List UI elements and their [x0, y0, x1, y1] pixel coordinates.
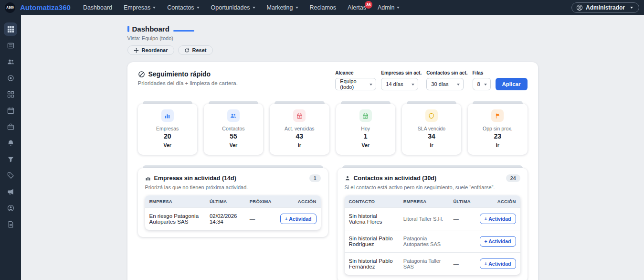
reset-button-label: Reset: [192, 47, 207, 53]
briefcase-icon: [7, 123, 14, 130]
calendar-check-icon: [359, 109, 372, 122]
caret-down-icon: [630, 7, 633, 9]
app-logo-text: A360: [6, 6, 14, 9]
contacto-cell: Sin historial Pablo Rodríguez: [345, 230, 399, 253]
sidebar-item-opportunities[interactable]: [4, 120, 17, 133]
empresa-cell: Patagonia Taller SAS: [399, 253, 449, 275]
sidebar-item-dashboard[interactable]: [4, 22, 17, 36]
empresa-cell: Litoral Taller S.H.: [399, 208, 449, 230]
sidebar-item-tags[interactable]: [4, 169, 17, 182]
caret-down-icon: [153, 7, 156, 9]
stat-action-link[interactable]: Ver: [230, 142, 237, 148]
stat-label: Opp sin prox.: [471, 126, 524, 131]
nav-alertas[interactable]: Alertas36: [348, 4, 366, 11]
grid-icon: [7, 26, 14, 33]
title-underline: [173, 30, 194, 32]
bar-chart-icon: [161, 109, 174, 122]
column-header: EMPRESA: [145, 195, 205, 208]
proxima-cell: —: [245, 208, 276, 230]
stat-action-link[interactable]: Ir: [430, 142, 433, 148]
quick-filters: Alcance Equipo (todo) Empresas sin act. …: [335, 70, 527, 90]
stat-value: 43: [273, 132, 326, 140]
sidebar-item-notifications[interactable]: [4, 136, 17, 150]
sidebar-item-account[interactable]: [4, 201, 17, 215]
filas-select[interactable]: 8: [473, 78, 491, 90]
move-arrows-icon: [134, 48, 139, 53]
nav-dashboard[interactable]: Dashboard: [83, 4, 112, 11]
add-activity-button[interactable]: + Actividad: [280, 214, 317, 224]
alcance-select-value: Equipo (todo): [340, 78, 367, 90]
stat-action-link[interactable]: Ir: [298, 142, 301, 148]
sidebar-item-targets[interactable]: [4, 71, 17, 85]
reset-button[interactable]: Reset: [178, 45, 213, 55]
calendar-icon: [7, 107, 14, 114]
flag-icon: [491, 109, 504, 122]
contacts-panel-subtitle: Si el contacto está activo pero sin segu…: [345, 184, 520, 190]
column-header: ACCIÓN: [475, 195, 520, 208]
target-icon: [7, 75, 14, 82]
empresas-sin-act-value: 14 días: [386, 81, 403, 87]
table-row: Sin historial Pablo Rodríguez Patagonia …: [345, 230, 520, 253]
top-navbar: A360 Automatiza360 Dashboard Empresas Co…: [0, 0, 644, 15]
add-activity-button[interactable]: + Actividad: [480, 236, 516, 247]
stat-card-empresas: Empresas 20 Ver: [138, 101, 197, 155]
sidebar-item-pipeline[interactable]: [4, 152, 17, 166]
ultima-cell: —: [449, 208, 475, 230]
companies-panel-subtitle: Priorizá las que no tienen próxima activ…: [145, 184, 321, 190]
contactos-sin-act-value: 30 días: [431, 81, 448, 87]
main-nav: Dashboard Empresas Contactos Oportunidad…: [83, 4, 400, 11]
column-header: ÚLTIMA: [205, 195, 245, 208]
contacto-cell: Sin historial Valeria Flores: [345, 208, 399, 230]
stat-card-act-vencidas: Act. vencidas 43 Ir: [270, 101, 329, 155]
sidebar-item-reports[interactable]: [4, 217, 17, 231]
quick-card-subtitle: Prioridades del día + limpieza de carter…: [138, 80, 238, 86]
stat-action-link[interactable]: Ver: [361, 142, 369, 148]
nav-reclamos[interactable]: Reclamos: [310, 4, 337, 11]
nav-oportunidades[interactable]: Oportunidades: [211, 4, 255, 11]
user-menu[interactable]: Administrador: [571, 2, 639, 13]
nav-label: Empresas: [124, 4, 150, 11]
sidebar-item-contacts[interactable]: [4, 55, 17, 68]
companies-panel-stack: Empresas sin actividad (14d) 1 Priorizá …: [138, 165, 328, 237]
sidebar-item-marketing[interactable]: [4, 185, 17, 198]
alcance-select[interactable]: Equipo (todo): [335, 78, 376, 90]
table-row: Sin historial Pablo Fernández Patagonia …: [345, 253, 520, 275]
column-header: ACCIÓN: [276, 195, 321, 208]
filas-select-value: 8: [477, 81, 480, 87]
stat-value: 34: [405, 132, 458, 140]
sidebar-item-companies[interactable]: [4, 39, 17, 52]
sidebar-item-calendar[interactable]: [4, 104, 17, 117]
add-activity-button[interactable]: + Actividad: [480, 214, 516, 224]
companies-panel: Empresas sin actividad (14d) 1 Priorizá …: [138, 168, 328, 237]
quick-card-title: Seguimiento rápido: [148, 70, 211, 78]
stat-cards-row: Empresas 20 Ver Contactos 55 Ver: [138, 101, 528, 155]
contactos-sin-act-select[interactable]: 30 días: [426, 78, 464, 90]
nav-label: Dashboard: [83, 4, 112, 11]
caret-down-icon: [197, 7, 200, 9]
empresas-sin-act-select[interactable]: 14 días: [381, 78, 418, 90]
app-logo: A360: [5, 2, 15, 13]
contacts-panel-stack: Contactos sin actividad (30d) 24 Si el c…: [338, 165, 528, 280]
nav-contactos[interactable]: Contactos: [167, 4, 199, 11]
empresa-cell: Patagonia Autopartes SAS: [399, 230, 449, 253]
nav-marketing[interactable]: Marketing: [267, 4, 298, 11]
stat-action-link[interactable]: Ver: [163, 142, 171, 148]
panels-row: Empresas sin actividad (14d) 1 Priorizá …: [138, 165, 528, 280]
reorder-button[interactable]: Reordenar: [127, 45, 174, 55]
empresas-sin-act-label: Empresas sin act.: [381, 70, 422, 75]
sidebar-item-modules[interactable]: [4, 87, 17, 101]
nav-empresas[interactable]: Empresas: [124, 4, 156, 11]
empresa-cell: En riesgo Patagonia Autopartes SAS: [145, 208, 205, 230]
stat-card-opp-sin-prox: Opp sin prox. 23 Ir: [468, 101, 527, 155]
add-activity-button[interactable]: + Actividad: [480, 258, 516, 269]
contactos-sin-act-label: Contactos sin act.: [426, 70, 467, 75]
companies-count-badge: 1: [309, 174, 321, 182]
stat-card-sla-vencido: SLA vencido 34 Ir: [402, 101, 461, 155]
quick-follow-up-card: Seguimiento rápido Prioridades del día +…: [127, 62, 538, 280]
stat-action-link[interactable]: Ir: [496, 142, 499, 148]
apply-button[interactable]: Aplicar: [496, 78, 528, 90]
nav-label: Contactos: [167, 4, 194, 11]
calendar-x-icon: [293, 109, 306, 122]
ultima-cell: 02/02/2026 14:34: [205, 208, 245, 230]
nav-admin[interactable]: Admin: [378, 4, 400, 11]
